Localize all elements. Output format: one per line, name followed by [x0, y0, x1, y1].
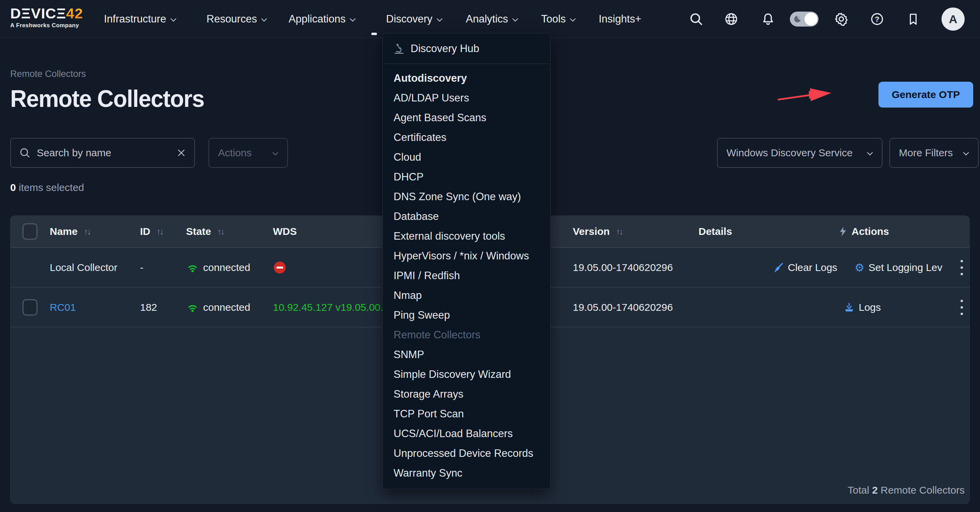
more-filters-dropdown[interactable]: More Filters — [889, 138, 978, 168]
state-label: connected — [203, 262, 250, 273]
chevron-down-icon — [350, 18, 356, 22]
microscope-icon — [393, 43, 405, 55]
broom-icon — [773, 262, 784, 273]
collector-name: Local Collector — [50, 262, 117, 273]
search-box — [10, 138, 195, 168]
menu-item-database[interactable]: Database — [383, 207, 550, 227]
chevron-down-icon — [570, 18, 576, 22]
wds-filter-label: Windows Discovery Service — [727, 147, 853, 159]
search-input[interactable] — [37, 147, 170, 159]
logo-tagline: A Freshworks Company — [10, 22, 83, 29]
menu-item-hypervisors-nix-windows[interactable]: HyperVisors / *nix / Windows — [383, 246, 550, 266]
row-menu-kebab[interactable] — [958, 257, 966, 278]
globe-icon[interactable] — [723, 11, 740, 27]
more-filters-label: More Filters — [899, 147, 953, 159]
menu-item-ping-sweep[interactable]: Ping Sweep — [383, 305, 550, 325]
row-checkbox[interactable] — [22, 299, 38, 315]
wifi-connected-icon — [186, 302, 199, 313]
nav-item-analytics[interactable]: Analytics — [466, 0, 518, 38]
menu-item-certificates[interactable]: Certificates — [383, 128, 550, 147]
menu-item-agent-based-scans[interactable]: Agent Based Scans — [383, 108, 550, 128]
menu-item-dhcp[interactable]: DHCP — [383, 167, 550, 187]
device42-logo[interactable]: DΞVICΞ42 A Freshworks Company — [10, 5, 83, 29]
search-input-icon — [19, 147, 31, 159]
logo-accent-42: 42 — [66, 5, 83, 21]
chevron-down-icon — [512, 18, 518, 22]
gear-icon: ⚙ — [854, 262, 864, 273]
menu-item-nmap[interactable]: Nmap — [383, 285, 550, 305]
collector-name-link[interactable]: RC01 — [50, 302, 76, 313]
discovery-hub-label: Discovery Hub — [410, 43, 479, 55]
search-icon[interactable] — [688, 11, 704, 27]
menu-item-external-discovery-tools[interactable]: External discovery tools — [383, 227, 550, 246]
menu-item-storage-arrays[interactable]: Storage Arrays — [383, 384, 550, 404]
clear-search-icon[interactable] — [177, 148, 186, 158]
nav-item-applications[interactable]: Applications — [289, 0, 356, 38]
menu-item-autodiscovery[interactable]: Autodiscovery — [383, 68, 550, 88]
moon-icon — [792, 15, 802, 24]
chevron-down-icon — [867, 152, 873, 155]
column-header-actions: Actions — [838, 226, 889, 237]
nav-item-insights-[interactable]: Insights+ — [599, 0, 641, 38]
logo-wordmark: DΞVICΞ42 — [10, 5, 83, 21]
nav-item-tools[interactable]: Tools — [541, 0, 576, 38]
generate-otp-button[interactable]: Generate OTP — [878, 82, 973, 108]
set-logging-level-action[interactable]: ⚙ Set Logging Lev — [854, 262, 942, 273]
nav-item-label: Analytics — [466, 13, 508, 25]
menu-item-simple-discovery-wizard[interactable]: Simple Discovery Wizard — [383, 365, 550, 384]
page-title: Remote Collectors — [10, 85, 204, 113]
settings-gear-icon[interactable] — [833, 11, 850, 27]
remote-collectors-page: DΞVICΞ42 A Freshworks Company Infrastruc… — [0, 0, 980, 512]
sort-icon: ↑↓ — [84, 227, 90, 236]
column-header-id[interactable]: ID↑↓ — [140, 226, 186, 237]
download-icon — [844, 302, 854, 313]
bookmark-icon[interactable] — [905, 11, 921, 27]
row-menu-kebab[interactable] — [958, 297, 966, 318]
menu-item-dns-zone-sync-one-way-[interactable]: DNS Zone Sync (One way) — [383, 187, 550, 207]
selected-count: 0 — [10, 182, 16, 193]
nav-item-label: Discovery — [386, 13, 433, 25]
discovery-dropdown-menu: Discovery Hub AutodiscoveryAD/LDAP Users… — [382, 33, 550, 489]
lightning-icon — [838, 227, 848, 236]
column-header-state[interactable]: State↑↓ — [186, 226, 273, 237]
theme-toggle[interactable] — [790, 11, 818, 27]
menu-item-ipmi-redfish[interactable]: IPMI / Redfish — [383, 266, 550, 285]
sort-icon: ↑↓ — [156, 227, 163, 236]
wifi-connected-icon — [186, 262, 199, 273]
state-label: connected — [203, 302, 250, 313]
menu-item-ad-ldap-users[interactable]: AD/LDAP Users — [383, 88, 550, 108]
select-all-checkbox[interactable] — [22, 224, 38, 240]
menu-item-cloud[interactable]: Cloud — [383, 147, 550, 167]
user-avatar[interactable]: A — [942, 8, 965, 31]
help-icon[interactable]: ? — [869, 11, 885, 27]
nav-item-label: Infrastructure — [104, 13, 166, 25]
notifications-bell-icon[interactable] — [760, 11, 776, 27]
column-header-name[interactable]: Name↑↓ — [50, 226, 140, 237]
logs-action[interactable]: Logs — [844, 302, 881, 313]
state-cell: connected — [186, 302, 273, 313]
avatar-initial: A — [949, 13, 958, 26]
menu-item-discovery-hub[interactable]: Discovery Hub — [383, 33, 550, 64]
menu-item-warranty-sync[interactable]: Warranty Sync — [383, 463, 550, 483]
menu-item-ucs-aci-load-balancers[interactable]: UCS/ACI/Load Balancers — [383, 424, 550, 444]
actions-dropdown-label: Actions — [218, 147, 251, 159]
wds-address: 10.92.45.127 v19.05.00.1 — [273, 302, 389, 313]
menu-item-snmp[interactable]: SNMP — [383, 345, 550, 365]
nav-item-label: Insights+ — [599, 13, 641, 25]
top-navbar: DΞVICΞ42 A Freshworks Company Infrastruc… — [0, 0, 980, 38]
column-header-version[interactable]: Version↑↓ — [573, 226, 695, 237]
chevron-down-icon — [170, 18, 177, 22]
chevron-down-icon — [436, 18, 442, 22]
menu-item-unprocessed-device-records[interactable]: Unprocessed Device Records — [383, 444, 550, 463]
wds-filter-dropdown[interactable]: Windows Discovery Service — [717, 138, 883, 168]
toggle-knob — [805, 13, 818, 25]
column-header-details: Details — [698, 226, 732, 237]
nav-item-discovery[interactable]: Discovery — [386, 0, 442, 38]
actions-dropdown[interactable]: Actions — [208, 138, 288, 168]
nav-item-resources[interactable]: Resources — [207, 0, 267, 38]
clear-logs-action[interactable]: Clear Logs — [773, 262, 837, 273]
nav-item-infrastructure[interactable]: Infrastructure — [104, 0, 177, 38]
menu-item-tcp-port-scan[interactable]: TCP Port Scan — [383, 404, 550, 424]
chevron-down-icon — [963, 152, 969, 155]
breadcrumb: Remote Collectors — [10, 69, 86, 79]
